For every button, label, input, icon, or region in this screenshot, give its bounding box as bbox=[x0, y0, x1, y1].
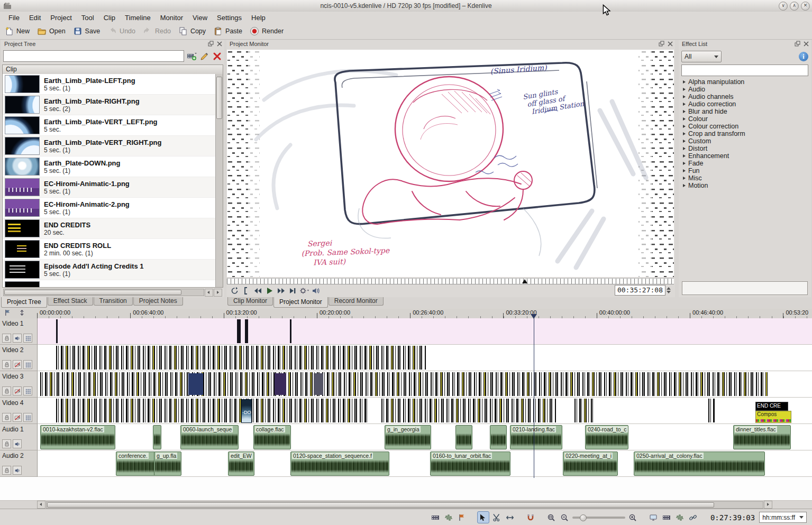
close-panel-icon[interactable] bbox=[803, 41, 809, 47]
show-marker-comments-button[interactable] bbox=[457, 512, 468, 523]
scroll-right-icon[interactable] bbox=[214, 289, 222, 297]
tab-project-tree[interactable]: Project Tree bbox=[1, 297, 47, 308]
open-button[interactable]: Open bbox=[37, 26, 66, 36]
monitor-zone-start-button[interactable] bbox=[241, 287, 251, 295]
zoom-in-button[interactable] bbox=[627, 512, 638, 523]
monitor-volume-button[interactable] bbox=[311, 287, 321, 295]
tab-effect-stack[interactable]: Effect Stack bbox=[48, 297, 93, 306]
effect-category-fun[interactable]: Fun bbox=[681, 167, 809, 174]
hscroll-thumb[interactable] bbox=[4, 290, 181, 295]
tab-transition[interactable]: Transition bbox=[94, 297, 133, 306]
audio-clip[interactable]: 0250-arrival_at_colony.flac bbox=[634, 452, 765, 476]
project-search-input[interactable] bbox=[3, 50, 184, 62]
track-lock-icon[interactable] bbox=[2, 413, 11, 422]
track-effects-icon[interactable] bbox=[23, 386, 32, 395]
small-clip[interactable] bbox=[56, 319, 58, 343]
monitor-rewind-button[interactable] bbox=[253, 287, 263, 295]
clip-item[interactable]: Episode Add'l Credits 2 bbox=[3, 280, 216, 287]
track-mute-icon[interactable] bbox=[13, 334, 22, 343]
audio-clip[interactable]: g_up.fla bbox=[154, 452, 181, 476]
clip-item[interactable]: Earth_Limb_Plate-VERT_RIGHT.png5 sec. (1… bbox=[3, 136, 216, 156]
snap-toggle-button[interactable] bbox=[525, 512, 536, 523]
track-resize-icon[interactable] bbox=[19, 309, 25, 318]
monitor-overlay-button[interactable] bbox=[648, 512, 659, 523]
track-lock-icon[interactable] bbox=[2, 386, 11, 395]
tab-clip-monitor[interactable]: Clip Monitor bbox=[227, 297, 273, 306]
save-button[interactable]: Save bbox=[73, 26, 101, 36]
clip-item[interactable]: END CREDITS ROLL2 min. 00 sec. (1) bbox=[3, 239, 216, 260]
redo-button[interactable]: Redo bbox=[143, 26, 171, 36]
video-clip[interactable]: -DO bbox=[241, 399, 252, 423]
close-panel-icon[interactable] bbox=[667, 41, 673, 47]
menu-clip[interactable]: Clip bbox=[99, 13, 120, 23]
audio-clip[interactable]: 0120-space_station_sequence.f bbox=[290, 452, 389, 476]
track-lock-icon[interactable] bbox=[2, 466, 11, 475]
effect-category-motion[interactable]: Motion bbox=[681, 182, 809, 189]
effect-category-audio[interactable]: Audio bbox=[681, 86, 809, 93]
clip-cluster[interactable] bbox=[708, 399, 715, 422]
effect-category-audio-correction[interactable]: Audio correction bbox=[681, 100, 809, 108]
select-tool-button[interactable] bbox=[477, 511, 489, 523]
add-clip-icon[interactable] bbox=[187, 51, 197, 61]
clip-item[interactable]: Earth_Plate-DOWN.png5 sec. (1) bbox=[3, 156, 216, 177]
monitor-play-button[interactable] bbox=[264, 287, 275, 295]
spacer-tool-button[interactable] bbox=[505, 512, 516, 523]
playhead-marker[interactable] bbox=[531, 314, 537, 319]
undo-button[interactable]: Undo bbox=[107, 26, 135, 36]
show-audio-thumbnails-button[interactable] bbox=[443, 512, 454, 523]
effect-info-icon[interactable]: i bbox=[799, 52, 808, 61]
monitor-end-button[interactable] bbox=[288, 287, 298, 295]
small-clip[interactable] bbox=[245, 319, 248, 343]
track-lock-icon[interactable] bbox=[2, 439, 11, 448]
effect-search-input[interactable] bbox=[681, 65, 808, 76]
clip-item[interactable]: Episode Add'l Acting Credits 15 sec. (1) bbox=[3, 260, 216, 280]
track-hide-icon[interactable] bbox=[13, 413, 22, 422]
tab-project-monitor[interactable]: Project Monitor bbox=[273, 297, 328, 308]
audio-clip[interactable]: 0060-launch_seque bbox=[180, 425, 239, 449]
effect-category-alpha-manipulation[interactable]: Alpha manipulation bbox=[681, 78, 809, 86]
edit-clip-icon[interactable] bbox=[199, 51, 209, 61]
track-mute-icon[interactable] bbox=[13, 439, 22, 448]
audio-clip[interactable]: conference. bbox=[116, 452, 155, 476]
track-hide-icon[interactable] bbox=[13, 360, 22, 369]
audio-clip[interactable] bbox=[153, 425, 161, 449]
zoom-out-button[interactable] bbox=[559, 512, 570, 523]
effect-filter-select[interactable]: All bbox=[681, 51, 722, 62]
clip-item[interactable]: EC-Hiromi-Animatic-1.png5 sec. (1) bbox=[3, 177, 216, 198]
track-content[interactable] bbox=[38, 345, 812, 371]
clip-item[interactable]: Earth_Limb_Plate-VERT_LEFT.png5 sec. bbox=[3, 115, 216, 136]
track-content[interactable] bbox=[38, 371, 812, 398]
clip-list-vscrollbar[interactable] bbox=[215, 74, 223, 287]
audio-clip[interactable]: edit_EW bbox=[228, 452, 254, 476]
zoom-slider-knob[interactable] bbox=[580, 514, 587, 521]
link-clips-button[interactable] bbox=[688, 512, 699, 523]
clip-item[interactable]: END CREDITS20 sec. bbox=[3, 218, 216, 239]
close-icon[interactable]: ✕ bbox=[801, 2, 810, 11]
tab-record-monitor[interactable]: Record Monitor bbox=[329, 297, 384, 306]
audio-clip[interactable] bbox=[490, 425, 507, 449]
clip-thumbnail-segment[interactable] bbox=[275, 373, 286, 395]
clip-cluster[interactable] bbox=[574, 399, 593, 422]
monitor-config-button[interactable] bbox=[299, 287, 309, 295]
menu-timeline[interactable]: Timeline bbox=[121, 13, 155, 23]
small-clip[interactable] bbox=[237, 319, 241, 343]
zoom-slider[interactable] bbox=[572, 517, 625, 519]
minimize-icon[interactable]: ∨ bbox=[779, 2, 788, 11]
vscroll-thumb[interactable] bbox=[216, 77, 222, 119]
track-content[interactable]: -DOEND CRECompos bbox=[38, 398, 812, 424]
timecode-format-select[interactable]: hh:mm:ss:ff bbox=[759, 512, 807, 523]
menu-view[interactable]: View bbox=[188, 13, 212, 23]
menu-settings[interactable]: Settings bbox=[213, 13, 246, 23]
menu-tool[interactable]: Tool bbox=[77, 13, 98, 23]
monitor-forward-button[interactable] bbox=[276, 287, 286, 295]
clip-column-header[interactable]: Clip bbox=[3, 65, 223, 75]
track-lock-icon[interactable] bbox=[2, 334, 11, 343]
clip-cluster[interactable] bbox=[56, 399, 368, 422]
timeline-ruler[interactable]: 00:00:00:0000:06:40:0000:13:20:0000:20:0… bbox=[37, 309, 812, 319]
effect-category-crop-and-transform[interactable]: Crop and transform bbox=[681, 130, 809, 137]
clip-thumbnail-segment[interactable] bbox=[314, 373, 323, 395]
maximize-icon[interactable]: ∧ bbox=[790, 2, 799, 11]
timeline-scroll-thumb[interactable] bbox=[47, 502, 714, 508]
audio-clip[interactable]: 0160-to_lunar_orbit.flac bbox=[430, 452, 510, 476]
waveform-button[interactable] bbox=[674, 512, 686, 523]
